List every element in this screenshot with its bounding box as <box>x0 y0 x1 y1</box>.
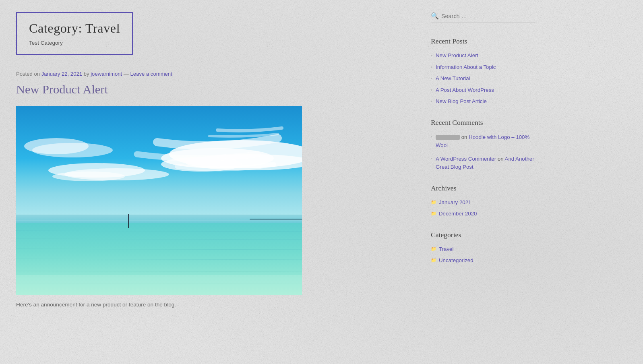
comment-item-2: ▪ A WordPress Commenter on And Another G… <box>431 155 535 171</box>
svg-point-12 <box>32 143 113 157</box>
list-item: Uncategorized <box>431 257 535 265</box>
svg-rect-21 <box>16 275 302 295</box>
category-link-2[interactable]: Uncategorized <box>439 257 473 265</box>
main-content: Category: Travel Test Category Posted on… <box>16 12 407 308</box>
list-item: New Blog Post Article <box>431 98 535 105</box>
by-label: by <box>84 71 89 77</box>
svg-rect-20 <box>128 214 129 228</box>
archives-list: January 2021 December 2020 <box>431 199 535 218</box>
svg-point-10 <box>52 172 125 181</box>
page-wrapper: Category: Travel Test Category Posted on… <box>0 0 643 320</box>
list-item: Information About a Topic <box>431 64 535 71</box>
list-item: December 2020 <box>431 210 535 218</box>
redacted-commenter <box>436 135 460 140</box>
categories-list: Travel Uncategorized <box>431 246 535 265</box>
list-item: New Product Alert <box>431 52 535 60</box>
categories-title: Categories <box>431 231 535 239</box>
recent-post-link-4[interactable]: A Post About WordPress <box>436 87 494 94</box>
list-item: January 2021 <box>431 199 535 207</box>
recent-post-link-3[interactable]: A New Tutorial <box>436 75 470 83</box>
post-excerpt: Here's an announcement for a new product… <box>16 302 407 308</box>
archives-section: Archives January 2021 December 2020 <box>431 184 535 218</box>
category-subtitle: Test Category <box>29 40 120 46</box>
recent-comments-title: Recent Comments <box>431 118 535 127</box>
svg-rect-19 <box>250 219 302 220</box>
search-input[interactable] <box>441 13 535 19</box>
categories-section: Categories Travel Uncategorized <box>431 231 535 265</box>
post-date-link[interactable]: January 22, 2021 <box>41 71 82 77</box>
category-title: Category: Travel <box>29 21 120 36</box>
posted-on-label: Posted on <box>16 71 40 77</box>
comment-icon-2: ▪ <box>431 156 432 161</box>
comment-text-2: A WordPress Commenter on And Another Gre… <box>436 155 535 171</box>
category-header: Category: Travel Test Category <box>16 12 133 55</box>
comment-text-1: on Hoodie with Logo – 100% Wool <box>436 133 535 149</box>
recent-post-link-2[interactable]: Information About a Topic <box>436 64 496 71</box>
list-item: A Post About WordPress <box>431 87 535 94</box>
recent-post-link-1[interactable]: New Product Alert <box>436 52 478 60</box>
comment-item-1: ▪ on Hoodie with Logo – 100% Wool <box>431 133 535 149</box>
list-item: Travel <box>431 246 535 253</box>
post-image <box>16 106 302 295</box>
category-link-1[interactable]: Travel <box>439 246 453 253</box>
comment-on-1: on <box>461 134 469 140</box>
post-article: Posted on January 22, 2021 by joewarnimo… <box>16 71 407 308</box>
search-widget: 🔍 <box>431 12 535 23</box>
recent-post-link-5[interactable]: New Blog Post Article <box>436 98 487 105</box>
post-image-container <box>16 106 407 295</box>
leave-comment-link[interactable]: Leave a comment <box>130 71 172 77</box>
meta-separator: — <box>124 71 130 77</box>
recent-comments-section: Recent Comments ▪ on Hoodie with Logo – … <box>431 118 535 171</box>
post-title: New Product Alert <box>16 82 407 98</box>
search-icon: 🔍 <box>431 12 439 20</box>
archives-title: Archives <box>431 184 535 192</box>
comment-icon-1: ▪ <box>431 134 432 139</box>
commenter-link-2[interactable]: A WordPress Commenter <box>436 156 496 162</box>
sidebar: 🔍 Recent Posts New Product Alert Informa… <box>431 12 535 308</box>
comment-on-2: on <box>498 156 505 162</box>
archive-link-2[interactable]: December 2020 <box>439 210 477 218</box>
list-item: A New Tutorial <box>431 75 535 83</box>
recent-posts-list: New Product Alert Information About a To… <box>431 52 535 105</box>
recent-posts-section: Recent Posts New Product Alert Informati… <box>431 37 535 105</box>
post-author-link[interactable]: joewarnimont <box>91 71 122 77</box>
archive-link-1[interactable]: January 2021 <box>439 199 471 207</box>
recent-posts-title: Recent Posts <box>431 37 535 46</box>
post-meta: Posted on January 22, 2021 by joewarnimo… <box>16 71 407 77</box>
